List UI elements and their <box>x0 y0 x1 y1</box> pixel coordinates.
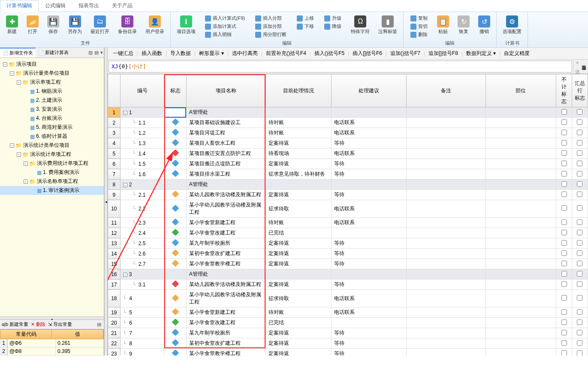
cell-sugg[interactable]: 电话联系 <box>332 128 407 138</box>
ribbon-login[interactable]: 👤 用户登录 <box>143 14 167 39</box>
splitter-h[interactable]: ▴ <box>0 316 104 320</box>
cell-chk1[interactable] <box>556 280 572 290</box>
cell-chk1[interactable] <box>556 328 572 338</box>
grid-row[interactable]: 3 └ 1.2 某项目河堤工程 待对账 电话联系 <box>108 128 588 138</box>
ribbon-opts[interactable]: ℹ 项目选项 <box>174 14 198 39</box>
cell-flag[interactable] <box>164 228 186 238</box>
cell-status[interactable]: 征求待取 <box>265 290 332 307</box>
cell-num[interactable]: └ 2.4 <box>120 228 164 238</box>
formula-input[interactable]: XJ{0}[小计] <box>109 61 572 73</box>
cell-chk2[interactable] <box>572 159 588 169</box>
grid-row[interactable]: 21 └ 7 某九年制学校厕所 定案待返 等待 <box>108 328 588 338</box>
cell-num[interactable]: └ 8 <box>120 338 164 349</box>
cell-note[interactable] <box>407 269 486 280</box>
cell-note[interactable] <box>407 349 486 356</box>
cell-note[interactable] <box>407 249 486 259</box>
cell-chk2[interactable] <box>572 138 588 149</box>
grid-row[interactable]: 6 └ 1.5 某项目搬迁点堤防工程 定案待返 等待 <box>108 159 588 169</box>
cell-note[interactable] <box>407 338 486 349</box>
cell-part[interactable] <box>485 280 556 290</box>
cell-sugg[interactable] <box>332 269 407 280</box>
cell-num[interactable]: └ 4 <box>120 290 164 307</box>
cell-flag[interactable] <box>164 238 186 249</box>
cell-status[interactable]: 待对账 <box>265 118 332 128</box>
rownum[interactable]: 10 <box>108 200 121 218</box>
ribbon-new[interactable]: ✚ 新建 <box>3 14 21 39</box>
cell-sugg[interactable]: 等待 <box>332 138 407 149</box>
cell-status[interactable]: 定案待返 <box>265 338 332 349</box>
cell-chk1[interactable] <box>556 307 572 318</box>
cell-chk2[interactable] <box>572 249 588 259</box>
cell-chk1[interactable] <box>556 138 572 149</box>
cell-sugg[interactable]: 等待 <box>332 338 407 349</box>
tb2-btn-8[interactable]: 追加()括号F7 <box>388 49 423 58</box>
ribbon-delete[interactable]: 删除 <box>409 31 429 38</box>
cell-note[interactable] <box>407 228 486 238</box>
cell-part[interactable] <box>485 228 556 238</box>
const-del[interactable]: ✕ 删除 <box>31 321 45 328</box>
cell-name[interactable]: A管理处 <box>186 107 265 118</box>
cell-note[interactable] <box>407 259 486 269</box>
cell-sugg[interactable]: 等待 <box>332 159 407 169</box>
tb2-btn-4[interactable]: 选中行高亮 <box>229 49 260 58</box>
cell-chk1[interactable] <box>556 318 572 328</box>
cell-flag[interactable] <box>164 328 186 338</box>
tree-node[interactable]: -📁演示项目 <box>0 60 104 69</box>
cell-chk1[interactable] <box>556 238 572 249</box>
cell-chk1[interactable] <box>556 190 572 200</box>
cell-chk1[interactable] <box>556 218 572 228</box>
rownum[interactable]: 8 <box>108 179 121 190</box>
cell-num[interactable]: └ 7 <box>120 328 164 338</box>
cell-chk1[interactable] <box>556 149 572 159</box>
cell-note[interactable] <box>407 138 486 149</box>
grid-row[interactable]: 1 -1 A管理处 <box>108 107 588 118</box>
cell-note[interactable] <box>407 179 486 190</box>
ribbon-redo[interactable]: ↻ 恢复 <box>455 14 472 39</box>
cell-chk1[interactable] <box>556 338 572 349</box>
cell-status[interactable]: 定案待返 <box>265 159 332 169</box>
cell-part[interactable] <box>485 238 556 249</box>
tree-node[interactable]: -📁演示单项工程 <box>0 78 104 87</box>
cell-flag[interactable] <box>164 169 186 179</box>
tree-toggle[interactable]: - <box>17 80 21 85</box>
cell-status[interactable]: 定案待返 <box>265 349 332 356</box>
grid-row[interactable]: 13 └ 2.5 某九年制学校厕所 定案待返 等待 <box>108 238 588 249</box>
cell-status[interactable]: 定案待返 <box>265 328 332 338</box>
grid-row[interactable]: 10 └ 2.2 某小学幼儿园教学活动楼及附属工程 征求待取 电话联系 <box>108 200 588 218</box>
cell-part[interactable] <box>485 349 556 356</box>
row-expander[interactable]: - <box>123 183 127 187</box>
cell-sugg[interactable]: 电话联系 <box>332 290 407 307</box>
cell-name[interactable]: 某项目基础设施建设工 <box>186 118 265 128</box>
grid-row[interactable]: 22 └ 8 某初中食堂改扩建工程 定案待返 等待 <box>108 338 588 349</box>
tree-node[interactable]: ▦6. 临时计算器 <box>0 132 104 141</box>
cell-sugg[interactable]: 等待 <box>332 169 407 179</box>
cell-flag[interactable] <box>164 159 186 169</box>
cell-num[interactable]: └ 2.2 <box>120 200 164 218</box>
cell-status[interactable]: 定案待返 <box>265 190 332 200</box>
cell-status[interactable] <box>265 179 332 190</box>
cell-part[interactable] <box>485 307 556 318</box>
const-row[interactable]: 2@Φ80.395 <box>0 347 104 356</box>
const-new[interactable]: a|b 新建常量 <box>2 321 28 328</box>
cell-part[interactable] <box>485 338 556 349</box>
rownum[interactable]: 6 <box>108 159 121 169</box>
const-ctrl[interactable]: ▤ <box>96 322 102 327</box>
cell-part[interactable] <box>485 200 556 218</box>
tree-ctrl-3[interactable]: ▾ <box>100 50 104 55</box>
cell-name[interactable]: 某幼儿园教学活动楼及附属工程 <box>186 190 265 200</box>
cell-sugg[interactable]: 电话联系 <box>332 218 407 228</box>
cell-name[interactable]: 某项目搬迁安置点防护工程 <box>186 149 265 159</box>
grid-header-0[interactable] <box>108 74 121 107</box>
cell-part[interactable] <box>485 290 556 307</box>
cell-chk2[interactable] <box>572 179 588 190</box>
ribbon-upgrade[interactable]: 升级 <box>323 15 343 22</box>
cell-chk1[interactable] <box>556 118 572 128</box>
cell-name[interactable]: 某小学食堂新建工程 <box>186 218 265 228</box>
cell-flag[interactable] <box>164 218 186 228</box>
cell-num[interactable]: └ 1.6 <box>120 169 164 179</box>
grid-header-1[interactable]: 编号 <box>120 74 164 107</box>
rownum[interactable]: 5 <box>108 149 121 159</box>
cell-note[interactable] <box>407 149 486 159</box>
cell-chk2[interactable] <box>572 318 588 328</box>
cell-flag[interactable] <box>164 149 186 159</box>
